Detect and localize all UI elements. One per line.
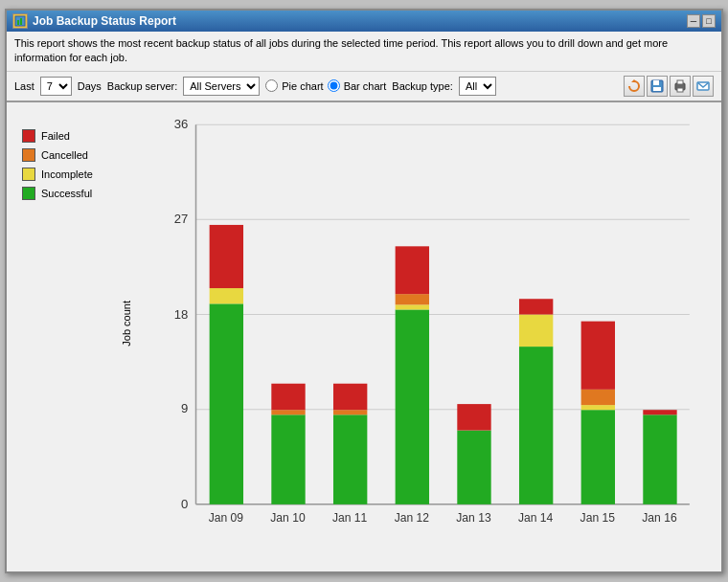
chart-inner: Job count 36 27 18 9: [148, 115, 709, 544]
bar-jan09[interactable]: Jan 09: [209, 225, 244, 525]
failed-color: [22, 129, 35, 143]
svg-text:Jan 14: Jan 14: [518, 511, 554, 525]
svg-text:Jan 09: Jan 09: [209, 511, 244, 525]
failed-label: Failed: [41, 130, 70, 142]
legend-failed: Failed: [22, 129, 70, 143]
bar-jan12[interactable]: Jan 12: [395, 246, 430, 525]
svg-rect-45: [519, 299, 553, 314]
toolbar: Last 7 Days Backup server: All Servers P…: [7, 72, 721, 102]
svg-text:Jan 15: Jan 15: [580, 511, 616, 525]
svg-rect-41: [457, 404, 490, 430]
svg-rect-53: [643, 410, 676, 414]
svg-rect-29: [271, 384, 305, 410]
restore-button[interactable]: □: [702, 14, 716, 28]
svg-text:27: 27: [174, 212, 189, 226]
svg-rect-43: [519, 347, 553, 504]
minimize-button[interactable]: ─: [687, 14, 700, 28]
svg-text:Jan 12: Jan 12: [395, 511, 430, 525]
svg-rect-1: [17, 20, 19, 25]
svg-rect-24: [210, 288, 243, 303]
server-select[interactable]: All Servers: [183, 77, 260, 96]
legend: Failed Cancelled Incomplete Successful: [14, 110, 110, 572]
svg-text:Jan 13: Jan 13: [456, 511, 491, 525]
svg-rect-49: [581, 390, 615, 405]
svg-text:0: 0: [181, 497, 188, 511]
title-controls: ─ □: [687, 14, 716, 28]
svg-rect-33: [333, 384, 367, 410]
svg-rect-32: [333, 410, 367, 414]
incomplete-color: [22, 168, 35, 181]
report-description: This report shows the most recent backup…: [7, 32, 721, 72]
svg-rect-36: [396, 304, 429, 309]
refresh-button[interactable]: [624, 76, 645, 97]
pie-chart-label[interactable]: Pie chart: [282, 80, 323, 92]
svg-rect-28: [271, 410, 305, 414]
bar-jan10[interactable]: Jan 10: [270, 384, 306, 525]
legend-incomplete: Incomplete: [22, 168, 93, 181]
legend-successful: Successful: [22, 187, 92, 200]
svg-text:Jan 16: Jan 16: [642, 511, 677, 525]
window-title: Job Backup Status Report: [33, 14, 176, 28]
svg-rect-50: [581, 321, 615, 389]
bar-jan16[interactable]: Jan 16: [642, 410, 677, 525]
cancelled-label: Cancelled: [41, 149, 88, 161]
title-bar-left: Job Backup Status Report: [12, 13, 176, 29]
bar-chart-label[interactable]: Bar chart: [344, 80, 387, 92]
bar-jan13[interactable]: Jan 13: [456, 404, 491, 525]
incomplete-label: Incomplete: [41, 168, 93, 180]
window-icon: [12, 13, 28, 29]
bar-jan15[interactable]: Jan 15: [580, 321, 616, 525]
svg-rect-31: [333, 414, 367, 504]
chart-area: Failed Cancelled Incomplete Successful J…: [7, 102, 721, 580]
svg-rect-52: [643, 414, 676, 504]
svg-rect-35: [396, 309, 429, 504]
server-label: Backup server:: [107, 80, 177, 92]
last-label: Last: [14, 80, 34, 92]
svg-rect-5: [653, 80, 659, 85]
email-button[interactable]: [693, 76, 714, 97]
bar-jan11[interactable]: Jan 11: [332, 384, 368, 525]
days-label: Days: [78, 80, 102, 92]
successful-color: [22, 187, 35, 200]
successful-label: Successful: [41, 188, 92, 199]
svg-rect-44: [519, 314, 553, 347]
svg-rect-40: [457, 430, 490, 504]
main-window: Job Backup Status Report ─ □ This report…: [5, 9, 723, 573]
print-button[interactable]: [670, 76, 691, 97]
legend-cancelled: Cancelled: [22, 148, 88, 162]
bar-jan14[interactable]: Jan 14: [518, 299, 554, 525]
chart-svg: 36 27 18 9 0: [148, 115, 709, 544]
svg-text:36: 36: [174, 117, 189, 131]
svg-rect-38: [396, 246, 429, 294]
y-axis-label: Job count: [121, 301, 132, 347]
chart-type-group: Pie chart Bar chart: [265, 79, 386, 92]
days-select[interactable]: 7: [40, 77, 72, 96]
chart-container: Job count 36 27 18 9: [114, 110, 714, 572]
backup-type-select[interactable]: All: [459, 77, 496, 96]
svg-rect-48: [581, 405, 615, 410]
svg-rect-25: [210, 225, 243, 288]
svg-rect-47: [581, 410, 615, 504]
cancelled-color: [22, 148, 35, 162]
svg-text:Jan 11: Jan 11: [332, 511, 368, 525]
pie-chart-radio[interactable]: [265, 79, 278, 92]
svg-rect-27: [271, 414, 305, 504]
toolbar-right: [624, 76, 714, 97]
svg-rect-8: [677, 80, 683, 84]
svg-text:Jan 10: Jan 10: [270, 511, 306, 525]
svg-text:18: 18: [174, 306, 189, 321]
title-bar: Job Backup Status Report ─ □: [7, 11, 721, 32]
svg-rect-2: [20, 18, 22, 25]
bar-chart-radio[interactable]: [328, 79, 340, 92]
svg-rect-9: [677, 88, 683, 92]
svg-text:9: 9: [181, 401, 188, 415]
save-button[interactable]: [647, 76, 668, 97]
svg-rect-6: [653, 87, 661, 91]
svg-rect-23: [210, 303, 243, 504]
svg-rect-37: [396, 294, 429, 304]
backup-type-label: Backup type:: [392, 80, 453, 92]
